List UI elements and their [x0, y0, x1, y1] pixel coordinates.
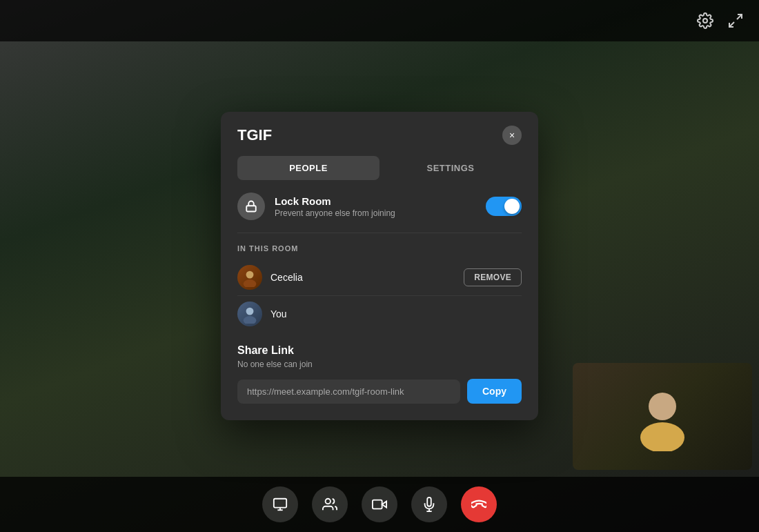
share-link-title: Share Link — [237, 344, 522, 357]
remove-cecelia-button[interactable]: REMOVE — [464, 268, 522, 286]
modal-header: TGIF × — [221, 112, 538, 145]
svg-point-17 — [244, 316, 257, 324]
modal-body: Lock Room Prevent anyone else from joini… — [221, 180, 538, 420]
lock-room-row: Lock Room Prevent anyone else from joini… — [237, 180, 522, 233]
svg-rect-13 — [246, 206, 256, 211]
avatar-you — [237, 302, 262, 326]
toggle-thumb — [504, 199, 520, 214]
lock-room-subtitle: Prevent anyone else from joining — [275, 208, 476, 218]
lock-room-title: Lock Room — [275, 195, 476, 207]
avatar-cecelia — [237, 265, 262, 290]
tab-settings[interactable]: SETTINGS — [379, 156, 522, 180]
close-button[interactable]: × — [502, 126, 522, 145]
svg-point-15 — [244, 279, 257, 287]
modal-overlay: TGIF × PEOPLE SETTINGS Lock Room Prevent — [0, 0, 759, 532]
room-modal: TGIF × PEOPLE SETTINGS Lock Room Prevent — [221, 112, 538, 420]
modal-title: TGIF — [237, 126, 272, 144]
participant-row-you: You — [237, 296, 522, 332]
share-link-section: Share Link No one else can join Copy — [237, 344, 522, 404]
lock-room-toggle[interactable] — [486, 197, 522, 216]
toggle-track[interactable] — [486, 197, 522, 216]
tab-bar: PEOPLE SETTINGS — [237, 156, 522, 180]
share-link-input[interactable] — [237, 380, 460, 404]
in-this-room-label: IN THIS ROOM — [237, 244, 522, 253]
participant-name-cecelia: Cecelia — [270, 272, 455, 283]
copy-button[interactable]: Copy — [467, 379, 522, 404]
svg-point-16 — [246, 308, 254, 315]
participant-name-you: You — [270, 308, 522, 319]
lock-icon — [237, 193, 265, 220]
lock-room-text: Lock Room Prevent anyone else from joini… — [275, 195, 476, 218]
share-link-row: Copy — [237, 379, 522, 404]
svg-point-14 — [246, 271, 254, 279]
participant-row-cecelia: Cecelia REMOVE — [237, 259, 522, 295]
share-link-subtitle: No one else can join — [237, 359, 522, 369]
tab-people[interactable]: PEOPLE — [237, 156, 379, 180]
